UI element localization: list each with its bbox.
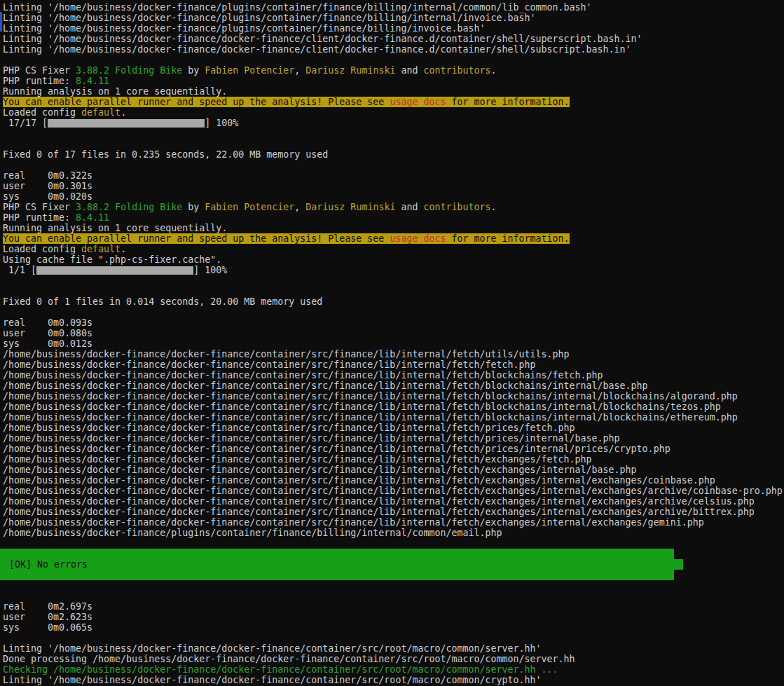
text-segment: /home/business/docker-finance/plugins/co… (3, 528, 502, 538)
file-path-line: /home/business/docker-finance/docker-fin… (3, 349, 784, 359)
timing-line: sys 0m0.020s (3, 191, 784, 202)
text-segment: Running analysis on 1 core sequentially. (3, 86, 227, 97)
file-path-line: /home/business/docker-finance/docker-fin… (3, 517, 784, 528)
text-segment: 8.4.11 (76, 76, 109, 86)
text-segment: PHP runtime: (3, 212, 76, 223)
file-path-line: /home/business/docker-finance/plugins/co… (3, 528, 784, 538)
parallel-runner-warning: You can enable parallel runner and speed… (3, 233, 784, 244)
text-segment: PHP CS Fixer (3, 65, 76, 76)
text-segment: by (182, 202, 205, 212)
file-path-line: /home/business/docker-finance/docker-fin… (3, 370, 784, 380)
text-segment: /home/business/docker-finance/docker-fin… (3, 475, 715, 486)
fixed-summary-line: Fixed 0 of 17 files in 0.235 seconds, 22… (3, 149, 784, 160)
text-segment: /home/business/docker-finance/docker-fin… (3, 517, 704, 528)
timing-line: real 0m0.322s (3, 170, 784, 181)
text-segment: , (294, 202, 305, 212)
file-path-line: /home/business/docker-finance/docker-fin… (3, 380, 784, 391)
text-segment: ] 100% (205, 118, 238, 128)
text-segment: user 0m0.301s (3, 181, 92, 191)
linting-log-line: Linting '/home/business/docker-finance/d… (3, 44, 784, 55)
linting-log-line: Linting '/home/business/docker-finance/d… (3, 643, 784, 654)
text-segment: . (121, 244, 126, 254)
text-segment: default (81, 244, 121, 254)
file-path-line: /home/business/docker-finance/docker-fin… (3, 444, 784, 454)
text-segment: ] 100% (193, 265, 227, 275)
text-segment: 8.4.11 (76, 212, 109, 223)
success-banner: [OK] No errors (0, 559, 683, 570)
text-segment: . (491, 65, 497, 76)
file-path-line: /home/business/docker-finance/docker-fin… (3, 454, 784, 465)
text-segment: /home/business/docker-finance/docker-fin… (3, 444, 670, 454)
timing-line: real 0m2.697s (3, 601, 784, 612)
timing-line: real 0m0.093s (3, 317, 784, 328)
timing-line: user 0m0.080s (3, 328, 784, 338)
text-segment: . (121, 107, 126, 118)
text-segment: default (81, 107, 121, 118)
success-banner (0, 549, 674, 559)
text-segment: Loaded config (3, 244, 81, 254)
fixed-summary-line: Fixed 0 of 1 files in 0.014 seconds, 20.… (3, 296, 784, 307)
blank-line (3, 286, 784, 296)
blank-line (3, 128, 784, 139)
parallel-runner-warning: You can enable parallel runner and speed… (3, 97, 784, 107)
text-segment: contributors (423, 65, 490, 76)
selection-mark (0, 12, 2, 32)
php-runtime-line: PHP runtime: 8.4.11 (3, 212, 784, 223)
text-segment: usage docs (390, 97, 446, 107)
linting-log-line: Linting '/home/business/docker-finance/p… (3, 2, 784, 13)
text-segment: and (395, 202, 423, 212)
text-segment: /home/business/docker-finance/docker-fin… (3, 370, 603, 380)
warning-band: You can enable parallel runner and speed… (3, 233, 570, 244)
text-segment: /home/business/docker-finance/docker-fin… (3, 454, 592, 465)
php-runtime-line: PHP runtime: 8.4.11 (3, 76, 784, 86)
text-segment: real 0m0.322s (3, 170, 92, 181)
done-processing-line: Done processing /home/business/docker-fi… (3, 654, 784, 664)
text-segment: sys 0m0.020s (3, 191, 92, 202)
file-path-line: /home/business/docker-finance/docker-fin… (3, 465, 784, 475)
text-segment: and (395, 65, 423, 76)
file-path-line: /home/business/docker-finance/docker-fin… (3, 423, 784, 433)
text-segment: sys 0m0.012s (3, 338, 92, 349)
text-segment: 1/1 [ (3, 265, 36, 275)
analysis-progress: 1/1 [] 100% (3, 265, 784, 275)
file-path-line: /home/business/docker-finance/docker-fin… (3, 475, 784, 486)
text-segment: /home/business/docker-finance/docker-fin… (3, 465, 637, 475)
file-path-line: /home/business/docker-finance/docker-fin… (3, 412, 784, 423)
blank-line (3, 160, 784, 170)
file-path-line: /home/business/docker-finance/docker-fin… (3, 359, 784, 370)
blank-line (3, 55, 784, 65)
text-segment: Using cache file ".php-cs-fixer.cache". (3, 254, 221, 265)
text-segment: , (294, 65, 305, 76)
blank-line (3, 591, 784, 601)
text-segment: for more information. (446, 233, 569, 244)
text-segment: /home/business/docker-finance/docker-fin… (3, 412, 738, 423)
warning-band: You can enable parallel runner and speed… (3, 97, 570, 107)
text-segment: PHP runtime: (3, 76, 76, 86)
text-segment: PHP CS Fixer (3, 202, 76, 212)
file-path-line: /home/business/docker-finance/docker-fin… (3, 391, 784, 402)
file-path-line: /home/business/docker-finance/docker-fin… (3, 433, 784, 444)
terminal-output: Linting '/home/business/docker-finance/p… (0, 0, 784, 685)
text-segment: real 0m2.697s (3, 601, 92, 612)
text-segment: Dariusz Ruminski (305, 202, 395, 212)
text-segment: for more information. (446, 97, 569, 107)
timing-line: sys 0m0.012s (3, 338, 784, 349)
text-segment: usage docs (390, 233, 446, 244)
text-segment: 3.88.2 Folding Bike (76, 65, 182, 76)
text-segment: Fabien Potencier (205, 202, 294, 212)
blank-line (3, 139, 784, 149)
success-banner (0, 570, 674, 580)
text-segment: Fixed 0 of 1 files in 0.014 seconds, 20.… (3, 296, 322, 307)
analysis-mode-line: Running analysis on 1 core sequentially. (3, 86, 784, 97)
text-segment: real 0m0.093s (3, 317, 92, 328)
text-segment: Dariusz Ruminski (305, 65, 395, 76)
file-path-line: /home/business/docker-finance/docker-fin… (3, 496, 784, 507)
text-segment: /home/business/docker-finance/docker-fin… (3, 349, 570, 359)
blank-line (3, 633, 784, 643)
text-segment: /home/business/docker-finance/docker-fin… (3, 433, 620, 444)
text-segment: /home/business/docker-finance/docker-fin… (3, 359, 536, 370)
cache-file-line: Using cache file ".php-cs-fixer.cache". (3, 254, 784, 265)
text-segment: /home/business/docker-finance/docker-fin… (3, 496, 755, 507)
text-segment: 17/17 [ (3, 118, 48, 128)
text-segment: Linting '/home/business/docker-finance/d… (3, 44, 631, 55)
